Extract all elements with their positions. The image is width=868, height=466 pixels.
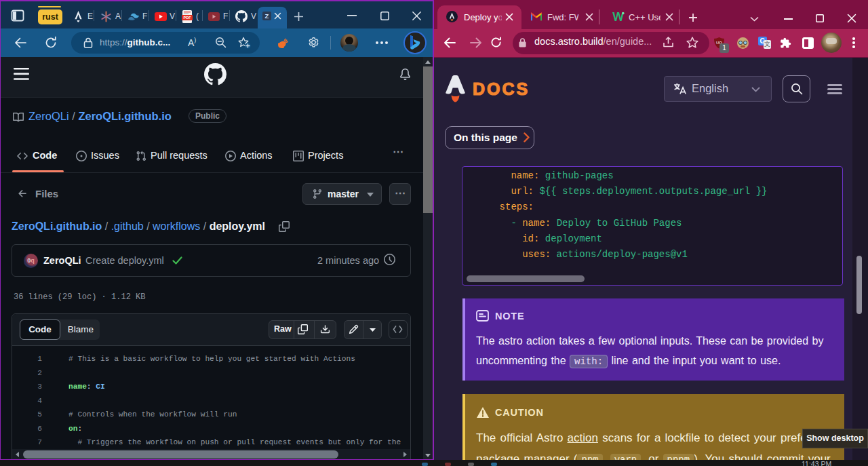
svg-text:Z: Z xyxy=(265,12,269,20)
svg-text:PDF: PDF xyxy=(184,16,192,20)
